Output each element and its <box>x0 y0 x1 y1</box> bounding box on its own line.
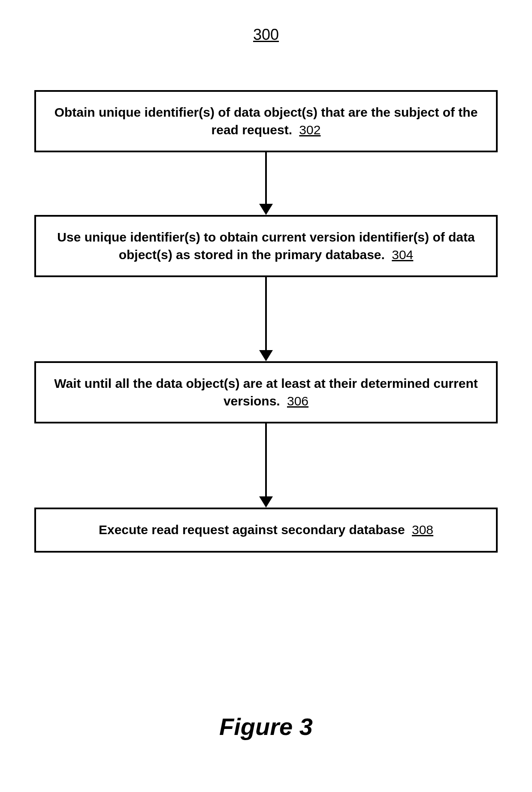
figure-number: 300 <box>0 26 532 44</box>
step-text: Wait until all the data object(s) are at… <box>54 376 478 408</box>
step-ref: 304 <box>392 248 413 262</box>
arrow-shaft <box>265 423 267 496</box>
step-text: Obtain unique identifier(s) of data obje… <box>54 105 478 137</box>
arrow-down-icon <box>259 152 273 215</box>
step-text: Execute read request against secondary d… <box>99 523 405 537</box>
flow-step: Obtain unique identifier(s) of data obje… <box>34 90 498 152</box>
flow-step: Execute read request against secondary d… <box>34 508 498 553</box>
step-ref: 306 <box>287 394 308 408</box>
flow-step: Use unique identifier(s) to obtain curre… <box>34 215 498 277</box>
arrow-down-icon <box>259 423 273 508</box>
page: 300 Obtain unique identifier(s) of data … <box>0 0 532 792</box>
arrow-head <box>259 204 273 215</box>
figure-caption: Figure 3 <box>0 713 532 741</box>
arrow-shaft <box>265 277 267 350</box>
arrow-head <box>259 496 273 508</box>
flowchart: Obtain unique identifier(s) of data obje… <box>34 90 498 553</box>
arrow-down-icon <box>259 277 273 361</box>
flow-step: Wait until all the data object(s) are at… <box>34 361 498 423</box>
step-ref: 302 <box>299 123 320 137</box>
arrow-shaft <box>265 152 267 204</box>
arrow-head <box>259 350 273 361</box>
step-ref: 308 <box>412 523 433 537</box>
